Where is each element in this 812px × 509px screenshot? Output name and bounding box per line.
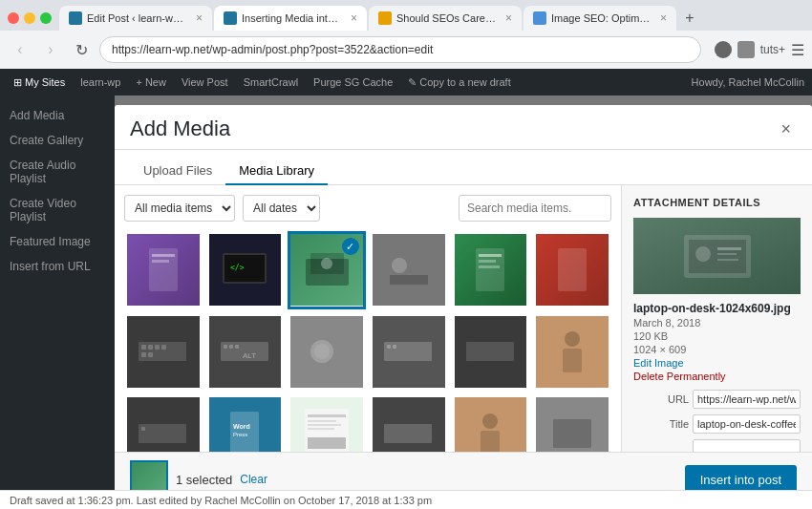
extension-icon-1[interactable] xyxy=(715,41,732,58)
attachment-fields: URL Title Caption xyxy=(633,390,801,452)
media-item[interactable] xyxy=(370,313,448,392)
tab-bar: Edit Post ‹ learn-wp — WordP… × Insertin… xyxy=(0,0,812,31)
admin-bar-copy[interactable]: ✎ Copy to a new draft xyxy=(402,74,516,91)
tab-close-2[interactable]: × xyxy=(351,11,357,25)
svg-point-54 xyxy=(695,246,711,262)
svg-rect-51 xyxy=(553,419,591,448)
media-item[interactable]: </> xyxy=(206,231,285,309)
new-tab-button[interactable]: + xyxy=(678,7,701,30)
tab-close-4[interactable]: × xyxy=(660,11,667,25)
svg-point-8 xyxy=(321,258,332,269)
media-item[interactable] xyxy=(124,394,203,452)
attachment-date: March 8, 2018 xyxy=(633,317,801,329)
back-button[interactable]: ‹ xyxy=(8,37,32,62)
svg-rect-1 xyxy=(152,254,175,257)
reload-button[interactable]: ↻ xyxy=(69,37,94,62)
title-input[interactable] xyxy=(693,414,801,434)
media-item[interactable] xyxy=(452,394,530,452)
svg-rect-26 xyxy=(235,345,239,349)
media-item[interactable]: WordPress xyxy=(206,394,285,452)
media-item[interactable] xyxy=(288,313,366,392)
svg-rect-21 xyxy=(141,352,146,357)
sidebar-item-video-playlist[interactable]: Create Video Playlist xyxy=(0,191,115,229)
svg-point-34 xyxy=(565,331,580,347)
media-item[interactable] xyxy=(452,231,530,309)
caption-textarea[interactable] xyxy=(693,439,801,452)
traffic-lights xyxy=(8,12,52,24)
media-item[interactable] xyxy=(288,394,366,452)
filter-type-select[interactable]: All media items xyxy=(124,195,235,222)
brand-label: tuts+ xyxy=(760,43,785,56)
menu-icon[interactable]: ☰ xyxy=(791,41,804,59)
modal-close-button[interactable]: × xyxy=(775,117,797,141)
tab-title-3: Should SEOs Care About Inter… xyxy=(396,12,497,24)
media-item[interactable] xyxy=(370,231,448,309)
delete-permanently-link[interactable]: Delete Permanently xyxy=(633,371,801,382)
tab-upload-files[interactable]: Upload Files xyxy=(130,158,225,185)
svg-rect-10 xyxy=(390,275,428,285)
svg-rect-46 xyxy=(308,437,346,449)
tab-close-1[interactable]: × xyxy=(196,11,203,25)
insert-into-post-button[interactable]: Insert into post xyxy=(685,465,797,491)
media-item[interactable] xyxy=(370,394,448,452)
admin-bar-site[interactable]: learn-wp xyxy=(75,74,126,90)
media-item-selected[interactable] xyxy=(288,231,366,309)
tab-media-library[interactable]: Media Library xyxy=(225,158,328,185)
attachment-preview xyxy=(633,218,801,294)
sidebar-item-featured-image[interactable]: Featured Image xyxy=(0,229,115,254)
sidebar-item-audio-playlist[interactable]: Create Audio Playlist xyxy=(0,153,115,191)
title-label: Title xyxy=(633,418,689,430)
filter-date-select[interactable]: All dates xyxy=(243,195,320,222)
url-input[interactable] xyxy=(693,390,801,409)
sidebar-item-add-media[interactable]: Add Media xyxy=(0,103,115,128)
svg-rect-20 xyxy=(161,345,166,350)
svg-text:ALT: ALT xyxy=(243,351,256,360)
svg-text:</>: </> xyxy=(230,264,245,272)
modal-footer: 1 selected Clear Insert into post xyxy=(115,452,812,490)
svg-rect-45 xyxy=(308,428,334,430)
tab-favicon-1 xyxy=(69,11,82,25)
status-text: Draft saved at 1:36:23 pm. Last edited b… xyxy=(10,495,432,506)
media-item[interactable] xyxy=(533,313,611,392)
media-item[interactable]: ALT xyxy=(206,313,285,392)
admin-bar-smartcrawl[interactable]: SmartCrawl xyxy=(238,74,304,90)
extension-icon-2[interactable] xyxy=(737,41,755,58)
media-item[interactable] xyxy=(124,231,203,309)
admin-bar-purge[interactable]: Purge SG Cache xyxy=(308,74,398,90)
minimize-window-button[interactable] xyxy=(24,12,35,24)
sidebar-item-create-gallery[interactable]: Create Gallery xyxy=(0,128,115,153)
media-item[interactable] xyxy=(533,394,611,452)
tab-title-4: Image SEO: Optimizing Image… xyxy=(551,12,652,24)
svg-rect-35 xyxy=(563,349,582,372)
maximize-window-button[interactable] xyxy=(40,12,52,24)
svg-point-9 xyxy=(392,258,407,273)
edit-image-link[interactable]: Edit Image xyxy=(633,357,801,369)
admin-bar-my-sites[interactable]: ⊞ My Sites xyxy=(8,74,71,91)
browser-tab-4[interactable]: Image SEO: Optimizing Image… × xyxy=(524,6,676,31)
attachment-details-panel: ATTACHMENT DETAILS xyxy=(621,185,812,452)
media-item[interactable] xyxy=(452,313,530,392)
footer-clear-link[interactable]: Clear xyxy=(240,473,267,486)
browser-tab-1[interactable]: Edit Post ‹ learn-wp — WordP… × xyxy=(59,6,212,31)
admin-bar-view-post[interactable]: View Post xyxy=(176,74,234,90)
browser-tab-3[interactable]: Should SEOs Care About Inter… × xyxy=(369,6,522,31)
browser-tab-2[interactable]: Inserting Media into Posts and… × xyxy=(214,6,367,31)
media-grid: </> xyxy=(124,231,611,452)
browser-extensions: tuts+ ☰ xyxy=(715,41,804,59)
close-window-button[interactable] xyxy=(8,12,19,24)
svg-rect-22 xyxy=(148,352,153,357)
svg-rect-43 xyxy=(308,420,336,422)
svg-rect-13 xyxy=(479,260,496,263)
media-search-input[interactable] xyxy=(459,195,611,222)
address-bar[interactable] xyxy=(99,36,701,63)
modal-header: Add Media × xyxy=(115,105,812,150)
media-item[interactable] xyxy=(533,231,611,309)
admin-bar-greeting[interactable]: Howdy, Rachel McCollin xyxy=(692,76,804,88)
forward-button[interactable]: › xyxy=(38,37,63,62)
sidebar-item-insert-url[interactable]: Insert from URL xyxy=(0,254,115,279)
tab-favicon-3 xyxy=(378,11,392,25)
tab-close-3[interactable]: × xyxy=(505,11,512,25)
admin-bar-new[interactable]: + New xyxy=(130,74,172,90)
media-item[interactable] xyxy=(124,313,203,392)
attachment-dimensions: 1024 × 609 xyxy=(633,344,801,355)
